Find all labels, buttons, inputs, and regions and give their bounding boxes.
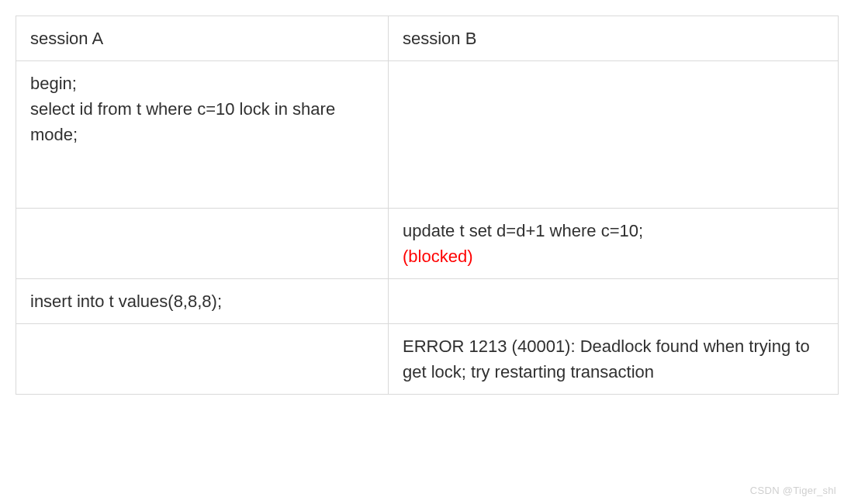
watermark-text: CSDN @Tiger_shl [750,483,836,499]
cell-session-b-step4: ERROR 1213 (40001): Deadlock found when … [389,324,839,395]
header-session-b: session B [389,16,839,61]
table-row: update t set d=d+1 where c=10; (blocked) [16,209,839,279]
sql-update: update t set d=d+1 where c=10; [403,221,643,240]
sql-begin: begin; [30,74,77,93]
cell-session-b-step1 [389,61,839,209]
cell-session-a-step3: insert into t values(8,8,8); [16,279,389,324]
blocked-status: (blocked) [403,247,472,266]
sql-select-lock: select id from t where c=10 lock in shar… [30,99,335,144]
cell-session-a-step4 [16,324,389,395]
cell-session-a-step1: begin; select id from t where c=10 lock … [16,61,389,209]
cell-session-b-step3 [389,279,839,324]
cell-session-b-step2: update t set d=d+1 where c=10; (blocked) [389,209,839,279]
table-row: begin; select id from t where c=10 lock … [16,61,839,209]
cell-session-a-step2 [16,209,389,279]
table-header-row: session A session B [16,16,839,61]
table-row: ERROR 1213 (40001): Deadlock found when … [16,324,839,395]
table-row: insert into t values(8,8,8); [16,279,839,324]
session-comparison-table: session A session B begin; select id fro… [16,16,839,395]
header-session-a: session A [16,16,389,61]
